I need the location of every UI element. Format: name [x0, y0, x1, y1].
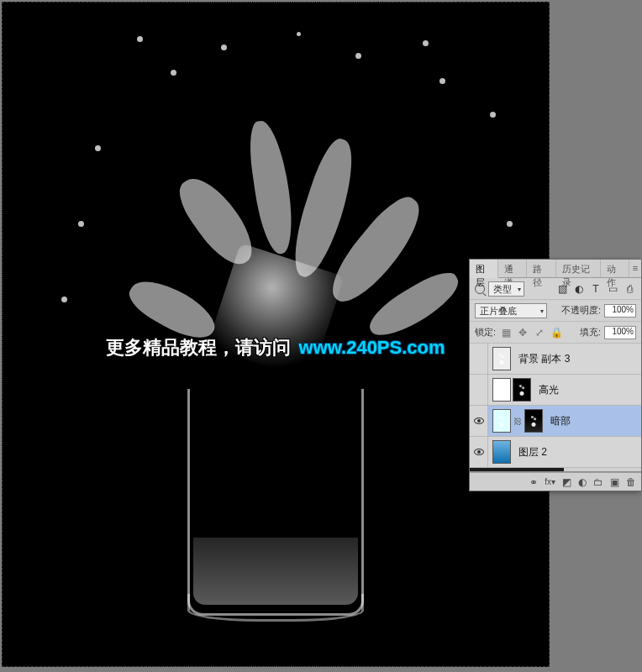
layer-name[interactable]: 背景 副本 3: [515, 352, 638, 366]
fill-value: 100%: [612, 327, 634, 336]
splash: [245, 118, 297, 256]
layers-list: 背景 副本 3 高光 ⛓ 暗部 图层 2: [470, 344, 641, 468]
layer-thumb[interactable]: [513, 378, 531, 402]
droplet: [137, 36, 143, 42]
mask-link-icon[interactable]: ⛓: [513, 417, 523, 426]
layer-row[interactable]: ⛓ 暗部: [470, 406, 641, 437]
filter-image-icon[interactable]: ▧: [555, 282, 569, 296]
eye-icon: [474, 449, 484, 455]
fx-icon[interactable]: fx▾: [545, 477, 555, 486]
search-icon: [475, 284, 485, 294]
panel-menu-icon[interactable]: ≡: [629, 260, 641, 277]
ice-cube: [207, 243, 345, 381]
tab-layers[interactable]: 图层: [470, 260, 498, 278]
droplet: [439, 78, 445, 84]
filter-adjust-icon[interactable]: ◐: [572, 282, 586, 296]
layer-name[interactable]: 图层 2: [515, 445, 638, 459]
filter-type-icon[interactable]: T: [589, 282, 603, 296]
canvas[interactable]: 更多精品教程，请访问 www.240PS.com: [2, 2, 550, 667]
add-mask-icon[interactable]: ◩: [562, 476, 571, 488]
layer-row[interactable]: 高光: [470, 375, 641, 406]
glass-shape: [187, 389, 364, 616]
opacity-input[interactable]: 100%: [604, 304, 636, 318]
filter-shape-icon[interactable]: ▭: [606, 282, 619, 296]
droplet: [78, 221, 84, 227]
splash: [124, 270, 223, 349]
group-icon[interactable]: 🗀: [593, 476, 603, 488]
tab-history[interactable]: 历史记录: [556, 260, 601, 277]
layer-mask-thumb[interactable]: [524, 409, 543, 433]
chevron-down-icon: ▾: [518, 285, 521, 292]
link-layers-icon[interactable]: ⚭: [529, 476, 538, 488]
eye-icon: [474, 417, 484, 424]
tab-actions[interactable]: 动作: [601, 260, 629, 277]
visibility-toggle[interactable]: [470, 437, 488, 467]
canvas-content: [3, 3, 549, 666]
droplet: [171, 70, 176, 76]
layer-row[interactable]: 图层 2: [470, 437, 641, 468]
droplet: [61, 297, 67, 302]
layer-filter-row: 类型 ▾ ▧ ◐ T ▭ ⎙: [470, 278, 641, 300]
droplet: [507, 221, 513, 227]
layer-thumb[interactable]: [492, 440, 511, 464]
opacity-value: 100%: [612, 305, 634, 314]
filter-type-value: 类型: [493, 284, 512, 294]
droplet: [355, 53, 361, 59]
droplet: [423, 40, 429, 46]
adjustment-layer-icon[interactable]: ◐: [578, 476, 587, 488]
panel-footer: ⚭ fx▾ ◩ ◐ 🗀 ▣ 🗑: [470, 472, 641, 491]
droplet: [490, 112, 496, 118]
water-level: [193, 538, 358, 605]
lock-pixels-icon[interactable]: ▦: [499, 326, 513, 339]
lock-label: 锁定:: [475, 326, 496, 339]
layer-name[interactable]: 暗部: [547, 414, 638, 428]
layer-row[interactable]: 背景 副本 3: [470, 344, 641, 375]
layer-mask-thumb[interactable]: [492, 378, 511, 402]
blend-mode-select[interactable]: 正片叠底 ▾: [475, 303, 547, 318]
opacity-label: 不透明度:: [561, 304, 601, 317]
visibility-toggle[interactable]: [470, 375, 488, 405]
splash: [171, 168, 263, 275]
fill-label: 填充:: [580, 326, 601, 339]
droplet: [297, 32, 301, 36]
blend-mode-value: 正片叠底: [480, 306, 517, 316]
layers-panel: 图层 通道 路径 历史记录 动作 ≡ 类型 ▾ ▧ ◐ T ▭ ⎙ 正片叠底 ▾…: [469, 259, 642, 491]
visibility-toggle[interactable]: [470, 406, 488, 436]
chevron-down-icon: ▾: [540, 307, 544, 314]
lock-position-icon[interactable]: ✥: [516, 326, 529, 339]
layer-thumb[interactable]: [492, 409, 511, 433]
filter-smart-icon[interactable]: ⎙: [623, 282, 636, 296]
visibility-toggle[interactable]: [470, 344, 488, 374]
trash-icon[interactable]: 🗑: [626, 476, 636, 488]
lock-all-icon[interactable]: 🔒: [550, 326, 563, 339]
filter-type-select[interactable]: 类型 ▾: [488, 281, 524, 297]
lock-artboard-icon[interactable]: ⤢: [533, 326, 546, 339]
tab-paths[interactable]: 路径: [527, 260, 555, 277]
fill-input[interactable]: 100%: [604, 326, 636, 339]
lock-row: 锁定: ▦ ✥ ⤢ 🔒 填充: 100%: [470, 322, 641, 344]
droplet: [221, 45, 227, 50]
blend-row: 正片叠底 ▾ 不透明度: 100%: [470, 300, 641, 322]
layer-name[interactable]: 高光: [535, 383, 638, 397]
panel-tabs: 图层 通道 路径 历史记录 动作 ≡: [470, 260, 641, 278]
tab-channels[interactable]: 通道: [498, 260, 527, 277]
layer-thumb[interactable]: [492, 347, 511, 370]
droplet: [95, 145, 101, 151]
new-layer-icon[interactable]: ▣: [610, 476, 619, 488]
